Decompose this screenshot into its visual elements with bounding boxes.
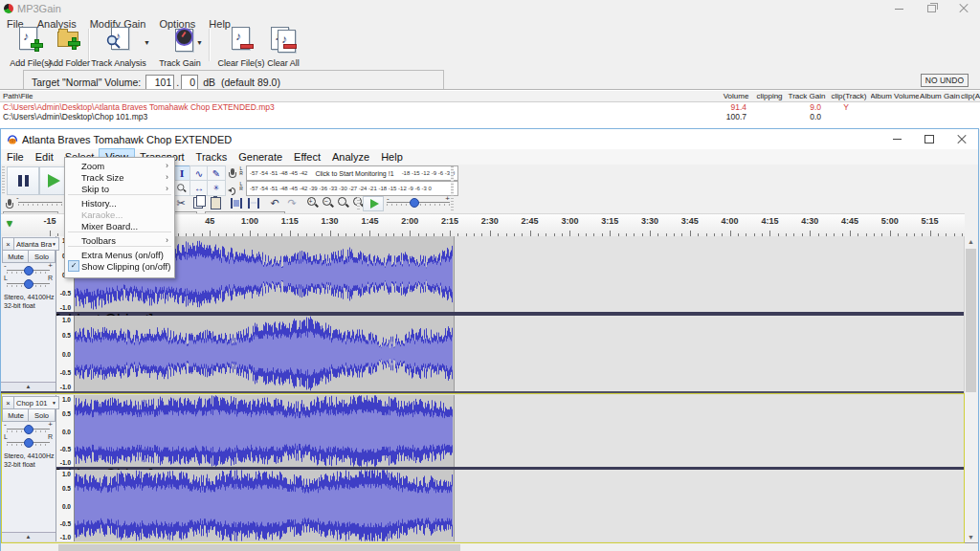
track-name-button[interactable]: Chop 101▼ (13, 396, 59, 409)
audacity-close-button[interactable] (946, 129, 978, 149)
view-menu-item-label: Mixer Board... (81, 221, 138, 231)
view-menu-item-skip-to[interactable]: Skip to› (66, 183, 173, 194)
pan-slider[interactable]: LR (7, 278, 50, 289)
zoom-in-button[interactable]: + (305, 196, 321, 209)
vertical-scale-ruler[interactable]: 1.00.50.0-0.5-1.0 (56, 316, 75, 391)
no-undo-badge: NO UNDO (921, 74, 969, 87)
track-analysis-dropdown[interactable]: ▼ (142, 36, 152, 50)
paste-button[interactable] (208, 196, 223, 209)
view-menu-item-show-clipping-on-off[interactable]: ✓Show Clipping (on/off) (66, 260, 173, 272)
scale-value: 0.0 (62, 429, 71, 435)
column-header-album_gain[interactable]: Album Gain (919, 91, 962, 102)
recording-volume-slider[interactable]: - (18, 197, 62, 208)
silence-audio-button[interactable] (246, 196, 261, 209)
timeline-label: 3:30 (641, 216, 658, 226)
undo-button[interactable]: ↶ (267, 196, 282, 209)
view-menu-item-mixer-board[interactable]: Mixer Board... (66, 220, 173, 231)
scroll-up-icon[interactable]: ▲ (965, 236, 977, 248)
target-volume-label: Target "Normal" Volume: (32, 77, 141, 88)
audio-clip[interactable] (74, 316, 455, 391)
track-control-panel: ×Atlanta Brav▼MuteSolo-+LRStereo, 44100H… (1, 236, 56, 391)
timeline-label: 3:45 (681, 216, 699, 226)
track-bitdepth-label: 32-bit float (4, 302, 35, 310)
target-volume-unit: dB (203, 77, 215, 88)
waveform-canvas[interactable] (74, 316, 453, 391)
pan-slider[interactable]: LR (7, 437, 50, 448)
scale-value: 1.0 (62, 317, 71, 323)
column-header-clipping[interactable]: clipping (752, 91, 788, 102)
track-collapse-button[interactable]: ▲ (1, 382, 56, 391)
play-icon (48, 174, 60, 187)
audacity-menu-edit[interactable]: Edit (30, 149, 59, 165)
track-gain-dropdown[interactable]: ▼ (194, 36, 205, 50)
gain-slider[interactable]: -+ (7, 265, 50, 276)
zoom-out-button[interactable]: − (321, 196, 336, 209)
audacity-maximize-button[interactable] (913, 129, 946, 149)
gain-slider[interactable]: -+ (7, 424, 50, 434)
audacity-menu-help[interactable]: Help (375, 149, 409, 165)
track-menu-arrow-icon: ▼ (52, 241, 56, 247)
vertical-scale-ruler[interactable]: 1.00.50.0-0.5-1.0 (56, 470, 75, 541)
mp3gain-restore-button[interactable] (915, 0, 947, 17)
waveform-canvas[interactable] (74, 395, 453, 467)
play-button[interactable] (39, 166, 66, 195)
view-menu-item-history[interactable]: History... (66, 197, 173, 209)
waveform-canvas[interactable] (74, 470, 453, 541)
pause-button[interactable] (7, 166, 39, 195)
timeline-label: 5:15 (922, 216, 939, 226)
submenu-arrow-icon: › (166, 184, 168, 193)
mp3gain-minimize-button[interactable] (882, 0, 915, 17)
audacity-menu-file[interactable]: File (1, 149, 30, 165)
table-row[interactable]: C:\Users\Admin\Desktop\Atlanta Braves To… (0, 102, 980, 112)
column-header-track_gain[interactable]: Track Gain (787, 91, 828, 102)
clear-all-button[interactable]: ♪ ♪ Clear All (256, 27, 310, 63)
view-menu-item-track-size[interactable]: Track Size› (66, 171, 173, 183)
view-menu-item-label: Skip to (81, 184, 109, 194)
column-header-clip_album[interactable]: clip(Album) (961, 91, 980, 102)
window-mp3gain: MP3Gain FileAnalysisModify GainOptionsHe… (0, 0, 980, 128)
audacity-menu-generate[interactable]: Generate (233, 149, 288, 165)
redo-button[interactable]: ↷ (284, 196, 300, 209)
audacity-menu-analyze[interactable]: Analyze (326, 149, 375, 165)
track-analysis-button[interactable]: ♪ Track Analysis (92, 27, 145, 63)
audacity-menu-tracks[interactable]: Tracks (190, 149, 234, 165)
track-name-button[interactable]: Atlanta Brav▼ (13, 237, 59, 251)
column-header-clip_track[interactable]: clip(Track) (827, 91, 872, 102)
timeline-label: 1:15 (281, 216, 299, 226)
waveform-background (74, 395, 965, 467)
vertical-scroll-thumb[interactable] (966, 249, 976, 392)
audio-clip[interactable] (74, 395, 455, 467)
audacity-menu-effect[interactable]: Effect (288, 149, 326, 165)
column-header-volume[interactable]: Volume (720, 91, 753, 102)
horizontal-scrollbar[interactable] (1, 542, 978, 551)
view-menu-item-extra-menus-on-off[interactable]: Extra Menus (on/off) (66, 249, 173, 260)
horizontal-scroll-thumb[interactable] (58, 544, 460, 551)
mp3gain-close-button[interactable] (947, 0, 980, 17)
multi-tool[interactable]: ✳ (207, 180, 226, 196)
copy-button[interactable] (190, 196, 206, 209)
play-at-speed-button[interactable] (363, 196, 384, 211)
view-menu-item-zoom[interactable]: Zoom› (66, 160, 173, 171)
view-menu-item-toolbars[interactable]: Toolbars› (66, 234, 173, 246)
cut-button[interactable]: ✂ (173, 196, 189, 209)
zoom-selection-button[interactable] (336, 196, 351, 209)
zoom-tool[interactable] (172, 180, 191, 196)
audacity-minimize-button[interactable] (880, 129, 913, 149)
trim-audio-button[interactable] (229, 196, 244, 209)
target-volume-int-input[interactable]: 101 (145, 75, 174, 91)
column-header-album_volume[interactable]: Album Volume (871, 91, 920, 102)
recording-meter[interactable]: -57 -54 -51 -48 -45 -42Click to Start Mo… (246, 165, 458, 181)
timeline-pin-icon[interactable]: ▼ (5, 218, 14, 229)
column-header-path[interactable]: Path\File (0, 91, 724, 102)
play-speed-slider[interactable]: -+ (387, 197, 450, 208)
scale-value: 1.0 (62, 396, 71, 403)
vertical-scrollbar[interactable]: ▲ ▼ (964, 236, 978, 543)
edit-toolbar: ✂↶↷+− (169, 196, 361, 210)
timeshift-tool[interactable]: ↔ (189, 180, 209, 196)
playback-meter[interactable]: -57 -54 -51 -48 -45 -42 -39 -36 -33 -30 … (246, 181, 458, 196)
audio-clip[interactable] (74, 470, 455, 541)
target-volume-dec-input[interactable]: 0 (181, 75, 198, 91)
track-collapse-button[interactable]: ▲ (1, 532, 56, 541)
table-row[interactable]: C:\Users\Admin\Desktop\Chop 101.mp3100.7… (0, 112, 980, 121)
add-folder-icon (56, 27, 81, 52)
